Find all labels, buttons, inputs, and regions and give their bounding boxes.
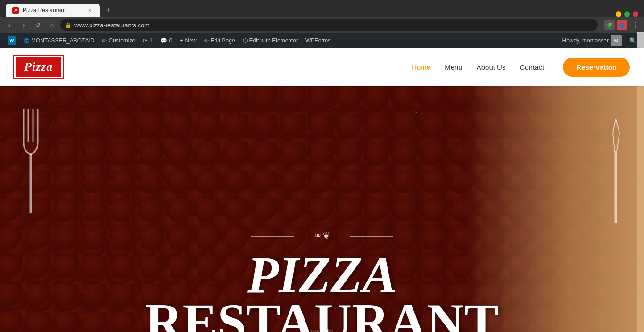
forward-button[interactable]: › bbox=[18, 19, 29, 31]
watermark: montasim bbox=[311, 328, 333, 332]
site-name-label: MONTASSER_ABOZAID bbox=[31, 37, 94, 44]
knife-decoration bbox=[606, 114, 625, 239]
user-avatar: M bbox=[611, 35, 622, 46]
plus-icon: + bbox=[180, 37, 183, 44]
close-button[interactable] bbox=[633, 11, 638, 17]
wp-wpforms[interactable]: WPForms bbox=[302, 33, 334, 48]
nav-links: Home Menu About Us Contact Reservation bbox=[412, 58, 630, 77]
hero-ornament: ❧ ❦ bbox=[0, 229, 644, 246]
wp-edit-elementor[interactable]: ⬡ Edit with Elementor bbox=[239, 33, 302, 48]
browser-tab-active[interactable]: P Pizza Restaurant × bbox=[6, 4, 100, 17]
extensions-button[interactable]: 🧩 bbox=[604, 20, 615, 30]
updates-count: 1 bbox=[149, 37, 153, 44]
reservation-button[interactable]: Reservation bbox=[563, 58, 630, 77]
howdy-label: Howdy, montasser bbox=[562, 37, 609, 44]
wp-updates[interactable]: ⟳ 1 bbox=[139, 33, 157, 48]
url-display: www.pizza-restaurants.com bbox=[74, 22, 149, 29]
wpforms-label: WPForms bbox=[305, 37, 330, 44]
hero-text: ❧ ❦ PIZZA RESTAURANT bbox=[0, 229, 644, 332]
site-logo[interactable]: Pizza bbox=[14, 56, 63, 78]
search-icon: 🔍 bbox=[629, 37, 636, 44]
edit-page-label: Edit Page bbox=[211, 37, 235, 44]
nav-home[interactable]: Home bbox=[412, 63, 430, 71]
nav-about[interactable]: About Us bbox=[477, 63, 506, 71]
logo-text: Pizza bbox=[24, 60, 53, 74]
lock-icon: 🔒 bbox=[65, 22, 72, 28]
customize-icon: ✏ bbox=[102, 37, 107, 44]
home-button[interactable]: ⌂ bbox=[46, 19, 58, 31]
comments-icon: 💬 bbox=[160, 37, 167, 44]
address-bar[interactable]: 🔒 www.pizza-restaurants.com bbox=[60, 19, 598, 31]
fork-decoration bbox=[14, 105, 52, 230]
wp-site-name[interactable]: 🌐 MONTASSER_ABOZAID bbox=[20, 33, 98, 48]
extension-icons: 🧩 👤 bbox=[604, 20, 627, 30]
comments-count: 0 bbox=[169, 37, 173, 44]
elementor-icon: ⬡ bbox=[243, 37, 248, 44]
new-label: New bbox=[185, 37, 197, 44]
hero-title-restaurant: RESTAURANT bbox=[0, 296, 644, 332]
tab-favicon: P bbox=[12, 7, 19, 14]
tab-close-button[interactable]: × bbox=[86, 7, 93, 14]
browser-menu-button[interactable]: ⋮ bbox=[630, 20, 640, 30]
site-icon: 🌐 bbox=[24, 38, 29, 43]
wp-admin-bar: W 🌐 MONTASSER_ABOZAID ✏ Customize ⟳ 1 💬 … bbox=[0, 33, 644, 48]
customize-label: Customize bbox=[108, 37, 135, 44]
wp-new[interactable]: + New bbox=[176, 33, 200, 48]
minimize-button[interactable] bbox=[616, 11, 621, 17]
profile-icon[interactable]: 👤 bbox=[617, 20, 627, 30]
reload-button[interactable]: ↺ bbox=[32, 19, 43, 31]
wp-customize[interactable]: ✏ Customize bbox=[98, 33, 139, 48]
maximize-button[interactable] bbox=[624, 11, 630, 17]
wp-comments[interactable]: 💬 0 bbox=[157, 33, 176, 48]
site-navigation: Pizza Home Menu About Us Contact Reserva… bbox=[0, 48, 644, 86]
wp-logo-item[interactable]: W bbox=[4, 33, 20, 48]
hero-section: ❧ ❦ PIZZA RESTAURANT montasim bbox=[0, 86, 644, 332]
wp-howdy[interactable]: Howdy, montasser M bbox=[559, 33, 626, 48]
tab-title: Pizza Restaurant bbox=[23, 7, 66, 14]
admin-bar-right: Howdy, montasser M 🔍 bbox=[559, 33, 640, 48]
wp-icon: W bbox=[8, 36, 16, 45]
back-button[interactable]: ‹ bbox=[4, 19, 15, 31]
nav-contact[interactable]: Contact bbox=[520, 63, 544, 71]
browser-nav-bar: ‹ › ↺ ⌂ 🔒 www.pizza-restaurants.com 🧩 👤 … bbox=[0, 17, 644, 33]
updates-icon: ⟳ bbox=[143, 37, 148, 44]
edit-icon: ✏ bbox=[204, 37, 209, 44]
nav-menu[interactable]: Menu bbox=[445, 63, 462, 71]
svg-text:❧ ❦: ❧ ❦ bbox=[314, 231, 330, 241]
wp-edit-page[interactable]: ✏ Edit Page bbox=[200, 33, 239, 48]
new-tab-button[interactable]: + bbox=[102, 4, 115, 17]
browser-chrome: P Pizza Restaurant × + bbox=[0, 0, 644, 17]
edit-elementor-label: Edit with Elementor bbox=[249, 37, 298, 44]
